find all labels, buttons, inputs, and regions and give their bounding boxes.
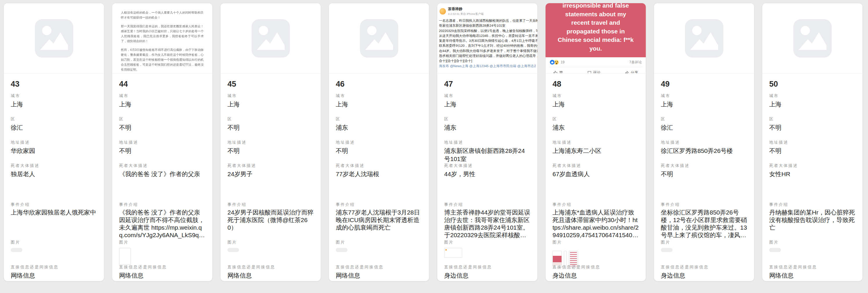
- reaction-count: 19: [561, 60, 564, 64]
- field-value-event: 上海浦东*血透病人延误治疗致死且遗体滞留家中约30小时！https://shar…: [553, 209, 639, 239]
- weibo-thumbnail[interactable]: [444, 248, 462, 258]
- field-label-deceased: 死者大体描述: [336, 163, 422, 168]
- image-thumbnail[interactable]: [769, 248, 781, 252]
- field-label-event: 事件介绍: [227, 202, 314, 207]
- field-value-event: 上海华欣家园独居老人饿死家中: [11, 209, 97, 216]
- card-cover[interactable]: [329, 3, 429, 74]
- card-cover[interactable]: 茶香禅静 4-2 02:31 来自 iPhone客户端 一名志愿者，昨日我投入路…: [437, 3, 537, 74]
- field-value-district: 浦东: [553, 123, 639, 132]
- card-number: 48: [553, 79, 639, 89]
- field-label-city: 城市: [336, 93, 422, 98]
- field-value-district: 徐汇: [661, 123, 747, 132]
- image-placeholder-icon: [654, 3, 754, 73]
- field-label-city: 城市: [553, 93, 639, 98]
- field-value-event: 博主茶香禅静44岁的堂哥因延误治疗去世：我哥哥家住浦东新区唐镇创新西路28弄24…: [444, 209, 530, 239]
- field-value-event: 丹纳赫集团的某Hr，因心脏猝死没有核酸报告耽误治疗，导致死亡: [769, 209, 856, 231]
- field-label-address: 地址描述: [553, 140, 639, 145]
- field-value-district: 不明: [227, 123, 314, 132]
- field-value-source-type: 网络信息: [119, 271, 206, 280]
- field-label-deceased: 死者大体描述: [769, 163, 856, 168]
- record-card-44[interactable]: 人都没有这样的机会，一个病人需要几十个人的同时帮助和关怀才有可能获得一丝的机会！…: [112, 3, 213, 282]
- field-value-address: 上海浦东寿二小区: [553, 147, 639, 155]
- field-label-image: 图片: [553, 240, 639, 245]
- card-number: 50: [769, 79, 856, 89]
- image-thumbnail[interactable]: [336, 248, 347, 252]
- field-label-source-type: 直接信息还是间接信息: [227, 265, 314, 270]
- article-screenshot-text: 人都没有这样的机会，一个病人需要几十个人的同时帮助和关怀才有可能获得一丝的机会！…: [121, 10, 204, 74]
- image-placeholder-icon: [220, 3, 321, 73]
- field-label-deceased: 死者大体描述: [444, 163, 530, 168]
- field-label-image: 图片: [444, 240, 530, 245]
- field-label-district: 区: [444, 117, 530, 122]
- like-reaction-icon: [550, 60, 555, 65]
- field-label-address: 地址描述: [769, 140, 856, 145]
- field-label-deceased: 死者大体描述: [119, 163, 206, 168]
- card-cover[interactable]: 人都没有这样的机会，一个病人需要几十个人的同时帮助和关怀才有可能获得一丝的机会！…: [112, 3, 212, 74]
- field-label-city: 城市: [11, 93, 97, 98]
- field-value-event: 浦东77岁老人沈瑞根于3月28日晚在ICU病房因长期末肾透析造成的心肌衰竭而死亡: [336, 209, 422, 231]
- field-label-address: 地址描述: [336, 140, 422, 145]
- field-label-image: 图片: [119, 240, 206, 245]
- field-label-event: 事件介绍: [119, 202, 206, 207]
- field-value-source-type: 网络信息: [227, 271, 314, 280]
- field-label-deceased: 死者大体描述: [661, 163, 747, 168]
- share-button[interactable]: 分享: [625, 69, 638, 74]
- record-card-48[interactable]: irresponsible and falsestatements about …: [545, 3, 646, 282]
- comment-button[interactable]: 评论: [587, 69, 601, 74]
- record-card-46[interactable]: 46 城市 上海 区 浦东 地址描述 不明 死者大体描述 77岁老人沈瑞根 事件…: [329, 3, 429, 282]
- field-label-source-type: 直接信息还是间接信息: [769, 265, 856, 270]
- card-number: 47: [444, 79, 530, 89]
- record-card-47[interactable]: 茶香禅静 4-2 02:31 来自 iPhone客户端 一名志愿者，昨日我投入路…: [437, 3, 538, 282]
- field-label-city: 城市: [119, 93, 206, 98]
- field-value-deceased: 独居老人: [11, 170, 97, 178]
- field-label-district: 区: [553, 117, 639, 122]
- field-value-source-type: 身边信息: [661, 271, 747, 280]
- card-cover[interactable]: irresponsible and falsestatements about …: [546, 3, 646, 74]
- image-thumbnail[interactable]: [661, 248, 673, 252]
- record-card-49[interactable]: 49 城市 上海 区 徐汇 地址描述 徐汇区罗秀路850弄26号楼 死者大体描述…: [654, 3, 754, 282]
- field-label-event: 事件介绍: [336, 202, 422, 207]
- record-card-45[interactable]: 45 城市 上海 区 不明 地址描述 不明 死者大体描述 24岁男子 事件介绍 …: [220, 3, 321, 282]
- like-button[interactable]: 赞: [553, 69, 563, 74]
- field-label-city: 城市: [661, 93, 747, 98]
- red-banner: irresponsible and falsestatements about …: [546, 3, 646, 57]
- field-value-address: 不明: [227, 147, 314, 155]
- card-cover[interactable]: [654, 3, 754, 74]
- image-thumbnail[interactable]: [11, 248, 22, 252]
- field-label-district: 区: [769, 117, 856, 122]
- field-label-district: 区: [227, 117, 314, 122]
- field-value-address: 华欣家园: [11, 147, 97, 155]
- weibo-screenshot: 茶香禅静 4-2 02:31 来自 iPhone客户端 一名志愿者，昨日我投入路…: [437, 3, 537, 69]
- record-card-43[interactable]: 43 城市 上海 区 徐汇 地址描述 华欣家园 死者大体描述 独居老人 事件介绍…: [3, 3, 104, 282]
- card-number: 44: [119, 79, 206, 89]
- field-value-city: 上海: [769, 100, 856, 109]
- field-value-event: 《我的爸爸 没了》作者的父亲因延误治疗而不得不高位截肢，未久遍离世 https:…: [119, 209, 206, 239]
- field-label-event: 事件介绍: [661, 202, 747, 207]
- field-value-city: 上海: [661, 100, 747, 109]
- card-cover[interactable]: [762, 3, 863, 74]
- card-number: 46: [336, 79, 422, 89]
- image-thumbnail[interactable]: [227, 248, 239, 252]
- field-label-image: 图片: [661, 240, 747, 245]
- field-label-event: 事件介绍: [553, 202, 639, 207]
- weibo-timestamp: 4-2 02:31 来自 iPhone客户端: [448, 12, 484, 16]
- image-placeholder-icon: [4, 3, 104, 73]
- field-value-deceased: 24岁男子: [227, 170, 314, 178]
- image-placeholder-icon: [329, 3, 429, 73]
- field-value-address: 不明: [336, 147, 422, 155]
- card-number: 49: [661, 79, 747, 89]
- field-label-address: 地址描述: [119, 140, 206, 145]
- field-value-source-type: 网络信息: [769, 271, 856, 280]
- field-label-deceased: 死者大体描述: [227, 163, 314, 168]
- record-card-50[interactable]: 50 城市 上海 区 不明 地址描述 不明 死者大体描述 女性HR 事件介绍 丹…: [762, 3, 863, 282]
- field-value-address: 浦东新区唐镇创新西路28弄24号101室: [444, 147, 530, 163]
- card-cover[interactable]: [220, 3, 321, 74]
- card-number: 45: [227, 79, 314, 89]
- card-number: 43: [11, 79, 97, 89]
- field-value-event: 坐标徐汇区罗秀路850弄26号楼，12号在小区群里求救需要硝酸甘油，没见到救护车…: [661, 209, 747, 239]
- field-value-city: 上海: [227, 100, 314, 109]
- card-grid: 43 城市 上海 区 徐汇 地址描述 华欣家园 死者大体描述 独居老人 事件介绍…: [0, 0, 868, 284]
- article-screenshot: 人都没有这样的机会，一个病人需要几十个人的同时帮助和关怀才有可能获得一丝的机会！…: [112, 3, 212, 74]
- card-cover[interactable]: [4, 3, 104, 74]
- document-thumbnail[interactable]: [119, 248, 131, 265]
